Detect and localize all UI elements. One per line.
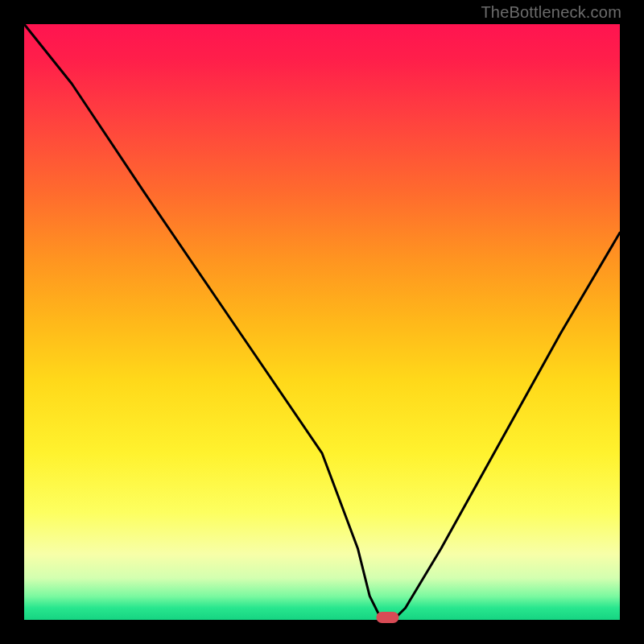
chart-frame: TheBottleneck.com <box>0 0 644 644</box>
optimal-point-marker <box>376 612 398 623</box>
watermark-text: TheBottleneck.com <box>481 3 621 22</box>
plot-area <box>24 24 620 620</box>
chart-svg <box>24 24 620 620</box>
bottleneck-curve <box>24 24 620 620</box>
